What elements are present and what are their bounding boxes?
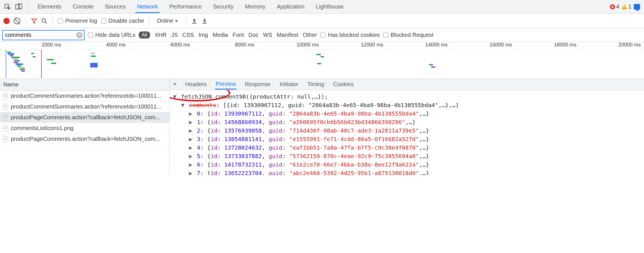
hide-data-urls-checkbox[interactable]: Hide data URLs bbox=[88, 32, 135, 38]
disclosure-icon[interactable]: ▶ bbox=[189, 126, 193, 135]
time-label: 16000 ms bbox=[451, 42, 515, 50]
timeline-bar bbox=[51, 63, 56, 64]
top-right-status: ✕ 4 1 bbox=[610, 3, 640, 10]
request-row[interactable]: productPageComments.action?callback=fetc… bbox=[0, 112, 169, 123]
type-filter-xhr[interactable]: XHR bbox=[155, 32, 167, 38]
type-filter-css[interactable]: CSS bbox=[182, 32, 194, 38]
record-button[interactable] bbox=[3, 18, 10, 24]
blocked-requests-checkbox[interactable]: Blocked Request bbox=[383, 32, 433, 38]
clear-filter-icon[interactable]: ✕ bbox=[76, 32, 83, 38]
type-filter-all[interactable]: All bbox=[139, 31, 150, 39]
detail-tab-preview[interactable]: Preview bbox=[215, 79, 236, 90]
timeline-bar bbox=[316, 54, 321, 55]
detail-tab-cookies[interactable]: Cookies bbox=[333, 79, 354, 89]
detail-tab-headers[interactable]: Headers bbox=[185, 79, 207, 89]
request-row[interactable]: productPageComments.action?callback=fetc… bbox=[0, 134, 169, 144]
clear-button[interactable] bbox=[14, 18, 20, 24]
import-har-icon[interactable] bbox=[191, 18, 197, 24]
tab-security[interactable]: Security bbox=[211, 1, 235, 13]
disclosure-icon[interactable]: ▶ bbox=[189, 152, 193, 160]
svg-point-3 bbox=[42, 18, 46, 22]
disable-cache-input[interactable] bbox=[101, 18, 106, 24]
blocked-cookies-input[interactable] bbox=[320, 33, 325, 38]
tab-sources[interactable]: Sources bbox=[103, 1, 127, 13]
svg-rect-5 bbox=[192, 23, 196, 24]
panel-tabs: Elements Console Sources Network Perform… bbox=[36, 1, 608, 13]
disable-cache-checkbox[interactable]: Disable cache bbox=[101, 18, 144, 24]
hide-data-urls-input[interactable] bbox=[88, 33, 93, 38]
inspect-icon[interactable] bbox=[3, 2, 12, 11]
doc-icon bbox=[3, 104, 8, 110]
preserve-log-input[interactable] bbox=[58, 18, 63, 24]
type-filter-font[interactable]: Font bbox=[233, 32, 244, 38]
disclosure-icon[interactable]: ▶ bbox=[189, 160, 193, 169]
detail-tab-initiator[interactable]: Initiator bbox=[279, 79, 299, 89]
type-filter-other[interactable]: Other bbox=[303, 32, 317, 38]
type-filter-manifest[interactable]: Manifest bbox=[277, 32, 298, 38]
request-row[interactable]: productCommentSummaries.action?reference… bbox=[0, 101, 169, 112]
blocked-requests-input[interactable] bbox=[383, 33, 388, 38]
timeline-bar bbox=[13, 58, 18, 60]
preview-comments-line[interactable]: ▼ comments: [{id: 13930967112, guid: "28… bbox=[173, 101, 641, 109]
disclosure-icon[interactable]: ▶ bbox=[189, 135, 193, 143]
disclosure-icon[interactable]: ▶ bbox=[189, 118, 193, 126]
timeline-bar bbox=[7, 52, 11, 53]
tab-network[interactable]: Network bbox=[135, 1, 159, 13]
timeline-overview[interactable]: 2000 ms 4000 ms 6000 ms 8000 ms 10000 ms… bbox=[0, 42, 644, 79]
filter-row: ✕ Hide data URLs All XHR JS CSS Img Medi… bbox=[0, 28, 644, 42]
throttling-select[interactable]: Online ▼ bbox=[155, 18, 181, 24]
timeline-bar bbox=[317, 63, 321, 64]
preview-item-line[interactable]: ▶ 5: {id: 13733037882, guid: "57362159-8… bbox=[173, 152, 641, 160]
timeline-bar bbox=[91, 56, 96, 57]
preview-item-line[interactable]: ▶ 6: {id: 14178732311, guid: "61e2ce70-6… bbox=[173, 160, 641, 169]
tab-elements[interactable]: Elements bbox=[36, 1, 63, 13]
preview-item-line[interactable]: ▶ 3: {id: 13054881141, guid: "e1555991-f… bbox=[173, 135, 641, 143]
type-filter-doc[interactable]: Doc bbox=[249, 32, 259, 38]
timeline-bar bbox=[92, 64, 95, 66]
detail-tab-timing[interactable]: Timing bbox=[307, 79, 325, 89]
export-har-icon[interactable] bbox=[201, 18, 208, 24]
preview-item-line[interactable]: ▶ 1: {id: 14568860934, guid: "a260695f0c… bbox=[173, 118, 641, 126]
type-filter-ws[interactable]: WS bbox=[263, 32, 272, 38]
request-row[interactable]: productCommentSummaries.action?reference… bbox=[0, 91, 169, 101]
error-badge[interactable]: ✕ 4 bbox=[610, 3, 619, 10]
type-filter-media[interactable]: Media bbox=[212, 32, 228, 38]
tab-performance[interactable]: Performance bbox=[168, 1, 204, 13]
disclosure-icon[interactable]: ▼ bbox=[181, 101, 186, 109]
preserve-log-label: Preserve log bbox=[65, 18, 97, 24]
tab-console[interactable]: Console bbox=[71, 1, 95, 13]
tab-application[interactable]: Application bbox=[275, 1, 306, 13]
warning-badge[interactable]: 1 bbox=[622, 3, 632, 10]
timeline-waterfall[interactable] bbox=[0, 50, 644, 78]
disclosure-icon[interactable]: ▶ bbox=[189, 169, 193, 175]
timeline-bar bbox=[14, 62, 18, 63]
timeline-bar bbox=[21, 70, 25, 72]
preview-item-line[interactable]: ▶ 4: {id: 13728024632, guid: "eaf1bb51-7… bbox=[173, 143, 641, 152]
filter-input[interactable] bbox=[5, 32, 75, 38]
preview-body[interactable]: ▼ fetchJSON_comment98({productAttr: null… bbox=[170, 90, 644, 175]
timeline-bar bbox=[321, 56, 324, 58]
search-icon[interactable] bbox=[41, 18, 47, 24]
preserve-log-checkbox[interactable]: Preserve log bbox=[58, 18, 97, 24]
disclosure-icon[interactable]: ▶ bbox=[189, 143, 193, 152]
preview-item-line[interactable]: ▶ 7: {id: 13652223704, guid: "abc2e460-5… bbox=[173, 169, 641, 175]
request-row[interactable]: commentsListIcons1.png bbox=[0, 123, 169, 134]
disclosure-icon[interactable]: ▶ bbox=[189, 109, 193, 118]
timeline-bar bbox=[14, 60, 20, 61]
tab-lighthouse[interactable]: Lighthouse bbox=[314, 1, 345, 13]
blocked-cookies-checkbox[interactable]: Has blocked cookies bbox=[320, 32, 380, 38]
filter-toggle-icon[interactable] bbox=[31, 18, 37, 24]
whats-new-icon[interactable] bbox=[634, 4, 640, 10]
type-filter-js[interactable]: JS bbox=[171, 32, 178, 38]
preview-item-line[interactable]: ▶ 2: {id: 13576939058, guid: "714d430f-9… bbox=[173, 126, 641, 135]
preview-item-line[interactable]: ▶ 0: {id: 13930967112, guid: "2864a83b-4… bbox=[173, 109, 641, 118]
preview-root-line[interactable]: ▼ fetchJSON_comment98({productAttr: null… bbox=[173, 92, 641, 101]
detail-tab-response[interactable]: Response bbox=[245, 79, 271, 89]
time-label: 20000 ms bbox=[580, 42, 644, 50]
disclosure-icon[interactable]: ▼ bbox=[173, 92, 178, 101]
device-toggle-icon[interactable] bbox=[14, 2, 23, 11]
column-header-name[interactable]: Name bbox=[0, 79, 169, 91]
tab-memory[interactable]: Memory bbox=[243, 1, 267, 13]
close-detail-icon[interactable]: × bbox=[173, 80, 177, 88]
type-filter-img[interactable]: Img bbox=[199, 32, 208, 38]
